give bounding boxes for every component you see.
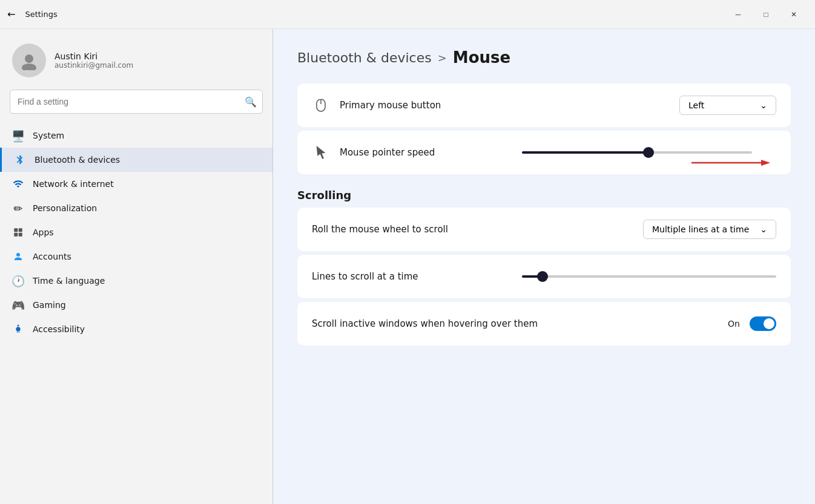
lines-scroll-slider-track[interactable] — [522, 275, 776, 278]
scroll-inactive-control: On — [728, 316, 776, 331]
title-bar-title: Settings — [25, 10, 57, 19]
roll-wheel-label: Roll the mouse wheel to scroll — [312, 224, 633, 235]
sidebar-item-label-system: System — [33, 131, 64, 140]
red-arrow-annotation — [691, 159, 770, 167]
svg-rect-5 — [19, 233, 22, 237]
pointer-speed-row: Mouse pointer speed — [312, 131, 776, 174]
pointer-speed-label: Mouse pointer speed — [340, 147, 512, 158]
toggle-knob — [764, 318, 774, 329]
primary-button-value: Left — [688, 100, 704, 110]
primary-button-row: Primary mouse button Left ⌄ — [312, 83, 776, 127]
search-box: 🔍 — [10, 90, 263, 114]
primary-button-card: Primary mouse button Left ⌄ — [297, 83, 791, 127]
scrolling-section-header: Scrolling — [297, 189, 791, 201]
gaming-icon: 🎮 — [12, 299, 24, 311]
roll-wheel-dropdown[interactable]: Multiple lines at a time ⌄ — [643, 220, 776, 239]
svg-rect-2 — [14, 228, 18, 232]
title-bar-controls: ─ □ ✕ — [724, 5, 808, 24]
pointer-speed-slider-thumb[interactable] — [643, 147, 654, 158]
back-icon[interactable]: ← — [7, 8, 15, 20]
sidebar-item-label-accessibility: Accessibility — [33, 324, 85, 334]
system-icon: 🖥️ — [12, 129, 24, 142]
sidebar: Austin Kiri austinkiri@gmail.com 🔍 🖥️ Sy… — [0, 29, 272, 504]
user-section: Austin Kiri austinkiri@gmail.com — [0, 39, 272, 90]
primary-button-dropdown[interactable]: Left ⌄ — [679, 96, 776, 115]
nav-list: 🖥️ System Bluetooth & devices Network & … — [0, 123, 272, 341]
user-info: Austin Kiri austinkiri@gmail.com — [54, 51, 133, 70]
pointer-speed-card: Mouse pointer speed — [297, 131, 791, 174]
scroll-inactive-row: Scroll inactive windows when hovering ov… — [312, 302, 776, 345]
minimize-button[interactable]: ─ — [724, 5, 752, 24]
breadcrumb-separator: > — [438, 51, 447, 64]
accessibility-icon — [12, 323, 24, 335]
bluetooth-icon — [14, 154, 26, 166]
roll-wheel-value: Multiple lines at a time — [652, 224, 749, 234]
user-name: Austin Kiri — [54, 51, 133, 61]
search-input[interactable] — [10, 90, 263, 114]
sidebar-item-label-time: Time & language — [33, 276, 105, 286]
sidebar-item-apps[interactable]: Apps — [0, 220, 272, 244]
sidebar-item-personalization[interactable]: ✏️ Personalization — [0, 196, 272, 220]
sidebar-item-label-gaming: Gaming — [33, 300, 66, 310]
scroll-inactive-on-label: On — [728, 319, 740, 329]
sidebar-item-label-bluetooth: Bluetooth & devices — [35, 155, 120, 165]
sidebar-item-accounts[interactable]: Accounts — [0, 244, 272, 269]
avatar — [12, 44, 46, 77]
sidebar-item-gaming[interactable]: 🎮 Gaming — [0, 293, 272, 317]
user-email: austinkiri@gmail.com — [54, 61, 133, 70]
primary-button-label: Primary mouse button — [340, 100, 670, 111]
app-layout: Austin Kiri austinkiri@gmail.com 🔍 🖥️ Sy… — [0, 29, 815, 504]
breadcrumb-current: Mouse — [453, 48, 510, 67]
pointer-speed-slider-fill — [522, 151, 648, 154]
svg-marker-10 — [761, 160, 770, 166]
accounts-icon — [12, 250, 24, 263]
svg-point-6 — [16, 253, 20, 257]
mouse-icon — [312, 98, 330, 113]
roll-wheel-row: Roll the mouse wheel to scroll Multiple … — [312, 208, 776, 251]
breadcrumb-parent[interactable]: Bluetooth & devices — [297, 50, 432, 65]
dropdown-chevron-icon: ⌄ — [760, 100, 767, 110]
time-icon: 🕐 — [12, 275, 24, 287]
scroll-inactive-card: Scroll inactive windows when hovering ov… — [297, 302, 791, 345]
breadcrumb: Bluetooth & devices > Mouse — [297, 48, 791, 67]
svg-point-0 — [25, 54, 33, 63]
network-icon — [12, 178, 24, 190]
lines-scroll-row: Lines to scroll at a time — [312, 255, 776, 298]
sidebar-item-bluetooth[interactable]: Bluetooth & devices — [0, 148, 272, 172]
pointer-speed-slider-container — [522, 151, 776, 154]
content-area: Bluetooth & devices > Mouse Primary mous… — [273, 29, 815, 504]
sidebar-item-label-network: Network & internet — [33, 179, 114, 189]
lines-scroll-card: Lines to scroll at a time — [297, 255, 791, 298]
sidebar-item-label-apps: Apps — [33, 227, 54, 237]
apps-icon — [12, 226, 24, 238]
lines-scroll-slider-container — [522, 275, 776, 278]
maximize-button[interactable]: □ — [752, 5, 780, 24]
lines-scroll-slider-thumb[interactable] — [537, 271, 548, 282]
sidebar-item-label-personalization: Personalization — [33, 203, 97, 213]
lines-scroll-label: Lines to scroll at a time — [312, 271, 512, 282]
roll-wheel-chevron-icon: ⌄ — [760, 224, 767, 234]
personalization-icon: ✏️ — [12, 202, 24, 214]
search-icon: 🔍 — [245, 96, 257, 108]
roll-wheel-card: Roll the mouse wheel to scroll Multiple … — [297, 208, 791, 251]
close-button[interactable]: ✕ — [780, 5, 808, 24]
sidebar-item-network[interactable]: Network & internet — [0, 172, 272, 196]
sidebar-item-time[interactable]: 🕐 Time & language — [0, 269, 272, 293]
title-bar-left: ← Settings — [7, 8, 724, 20]
svg-point-1 — [22, 64, 36, 70]
cursor-icon — [312, 146, 330, 159]
svg-rect-3 — [19, 228, 22, 232]
sidebar-item-accessibility[interactable]: Accessibility — [0, 317, 272, 341]
svg-point-7 — [18, 325, 19, 327]
scroll-inactive-label: Scroll inactive windows when hovering ov… — [312, 318, 718, 329]
pointer-speed-slider-track[interactable] — [522, 151, 752, 154]
sidebar-item-label-accounts: Accounts — [33, 252, 71, 261]
svg-rect-4 — [14, 233, 18, 237]
sidebar-item-system[interactable]: 🖥️ System — [0, 123, 272, 148]
title-bar: ← Settings ─ □ ✕ — [0, 0, 815, 29]
scroll-inactive-toggle[interactable] — [750, 316, 776, 331]
